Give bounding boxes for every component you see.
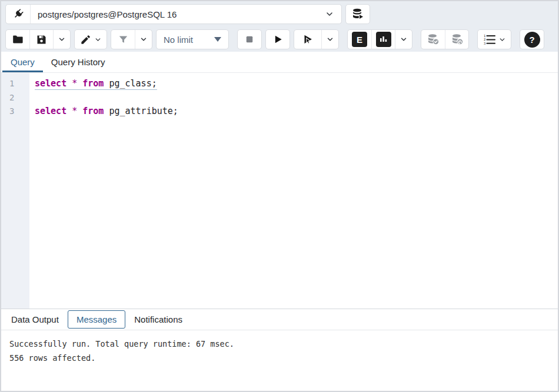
chevron-down-icon xyxy=(400,35,408,43)
line-number: 3 xyxy=(1,105,29,119)
chevron-down-icon xyxy=(58,35,66,43)
code-line[interactable]: select * from pg_class; xyxy=(35,77,558,91)
edit-dropdown-button[interactable] xyxy=(75,30,107,49)
message-runtime: Successfully run. Total query runtime: 6… xyxy=(9,337,550,351)
filter-options-dropdown[interactable] xyxy=(135,30,152,49)
row-limit-value: No limit xyxy=(164,35,193,45)
svg-text:1: 1 xyxy=(484,34,485,38)
chevron-down-icon xyxy=(318,9,341,19)
execute-script-button[interactable] xyxy=(266,30,290,49)
save-button[interactable] xyxy=(29,30,53,49)
code-line[interactable]: select * from pg_attribute; xyxy=(35,105,558,119)
svg-text:2: 2 xyxy=(484,38,485,41)
play-cursor-icon xyxy=(301,33,314,46)
stop-button-group xyxy=(237,29,262,49)
folder-icon xyxy=(11,33,24,46)
help-icon: ? xyxy=(524,32,540,48)
execute-query-group xyxy=(294,29,339,49)
database-commit-icon xyxy=(426,32,440,46)
tab-query-history[interactable]: Query History xyxy=(43,52,114,72)
stop-icon xyxy=(244,34,255,45)
commit-button[interactable] xyxy=(421,30,445,49)
database-rollback-icon xyxy=(450,32,464,46)
explain-button[interactable]: E xyxy=(348,30,371,49)
code-line[interactable] xyxy=(35,91,558,105)
pencil-icon xyxy=(80,34,91,45)
save-options-dropdown[interactable] xyxy=(53,30,70,49)
line-number: 2 xyxy=(1,91,29,105)
tab-query[interactable]: Query xyxy=(2,52,43,72)
rollback-button[interactable] xyxy=(445,30,468,49)
macros-dropdown-button[interactable]: 1 2 3 xyxy=(478,30,511,49)
svg-text:3: 3 xyxy=(484,42,485,45)
edit-button-group xyxy=(74,29,107,49)
macros-button-group: 1 2 3 xyxy=(477,29,511,49)
chevron-down-icon xyxy=(326,35,334,43)
explain-icon: E xyxy=(352,32,367,47)
connection-bar: postgres/postgres@PostgreSQL 16 xyxy=(1,1,558,27)
caret-down-icon xyxy=(214,37,221,42)
execute-query-button[interactable] xyxy=(294,30,321,49)
numbered-list-icon: 1 2 3 xyxy=(483,33,496,45)
connection-selector[interactable]: postgres/postgres@PostgreSQL 16 xyxy=(5,4,342,24)
chevron-down-icon xyxy=(94,36,102,43)
new-connection-button[interactable] xyxy=(345,4,370,24)
tab-messages[interactable]: Messages xyxy=(68,310,125,329)
code-lines[interactable]: select * from pg_class;select * from pg_… xyxy=(29,73,558,309)
chevron-down-icon xyxy=(498,36,506,43)
tab-data-output[interactable]: Data Output xyxy=(2,309,68,330)
play-icon xyxy=(272,33,284,45)
transaction-button-group xyxy=(421,29,469,49)
messages-panel: Successfully run. Total query runtime: 6… xyxy=(1,330,558,391)
sql-editor: 123 select * from pg_class;select * from… xyxy=(1,73,558,309)
row-limit-select[interactable]: No limit xyxy=(156,29,229,49)
output-tab-bar: Data Output Messages Notifications xyxy=(1,309,558,330)
execute-options-dropdown[interactable] xyxy=(321,30,338,49)
gutter: 123 xyxy=(1,73,29,309)
plug-icon xyxy=(6,5,31,24)
query-tool-window: postgres/postgres@PostgreSQL 16 xyxy=(0,0,559,392)
help-button[interactable]: ? xyxy=(520,30,544,49)
query-tab-bar: Query Query History xyxy=(1,52,558,73)
execute-button-group xyxy=(265,29,290,49)
explain-analyze-button[interactable] xyxy=(371,30,395,49)
database-new-connection-icon xyxy=(351,7,365,21)
filter-icon xyxy=(118,34,129,45)
chevron-down-icon xyxy=(139,35,148,43)
query-toolbar: No limit xyxy=(1,27,558,52)
save-icon xyxy=(35,33,48,46)
filter-button-group xyxy=(111,29,152,49)
bar-chart-icon xyxy=(376,32,391,47)
open-file-button[interactable] xyxy=(6,30,29,49)
explain-options-dropdown[interactable] xyxy=(395,30,412,49)
help-button-group: ? xyxy=(520,29,544,49)
filter-button[interactable] xyxy=(111,30,135,49)
file-button-group xyxy=(5,29,71,49)
connection-value: postgres/postgres@PostgreSQL 16 xyxy=(31,9,318,19)
message-rows-affected: 556 rows affected. xyxy=(9,351,550,365)
tab-notifications[interactable]: Notifications xyxy=(125,309,191,330)
explain-button-group: E xyxy=(347,29,412,49)
line-number: 1 xyxy=(1,77,29,91)
stop-button[interactable] xyxy=(238,30,261,49)
